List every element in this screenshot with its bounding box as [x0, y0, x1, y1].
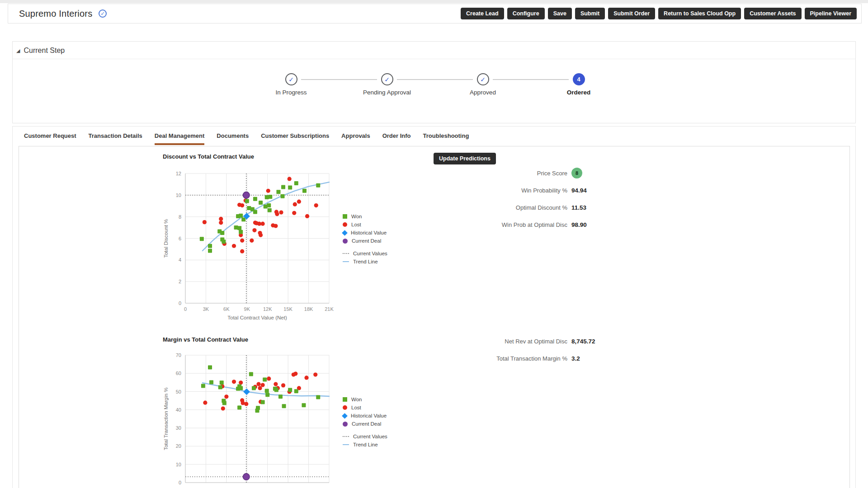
current-step-title: Current Step	[24, 47, 65, 55]
header-bar: Supremo Interiors ✓ Create LeadConfigure…	[8, 4, 862, 23]
step-check-icon: ✓	[381, 73, 393, 85]
won-swatch-icon	[343, 214, 347, 219]
won-swatch-icon	[343, 397, 347, 402]
historical-value-swatch-icon	[342, 230, 348, 236]
tab-bar: Customer RequestTransaction DetailsDeal …	[13, 127, 855, 145]
stat-label: Price Score	[408, 170, 567, 177]
svg-text:10: 10	[176, 462, 181, 467]
step-label: Ordered	[567, 89, 591, 96]
legend-item-historical-value: Historical Value	[343, 412, 387, 420]
step-number-circle: 4	[573, 73, 585, 85]
current-deal-swatch-icon	[343, 239, 348, 244]
step-check-icon: ✓	[285, 73, 297, 85]
stat-label: Total Transaction Margin %	[408, 355, 567, 362]
header-button-customer-assets[interactable]: Customer Assets	[744, 8, 801, 19]
stat-row: Win Prob at Optimal Disc98.90	[408, 216, 643, 233]
svg-text:12: 12	[176, 171, 181, 176]
current-step-title-row: ◢ Current Step	[13, 42, 855, 59]
svg-text:70: 70	[176, 352, 181, 358]
header-button-submit-order[interactable]: Submit Order	[608, 8, 655, 19]
chart1-title: Discount vs Total Contract Value	[163, 153, 254, 160]
prediction-stats: Price Score8Win Probability %94.94Optima…	[408, 164, 643, 233]
legend-label: Lost	[351, 405, 361, 410]
legend-label: Historical Value	[351, 413, 387, 418]
deal-management-panel: Discount vs Total Contract Value 03K6K9K…	[19, 146, 850, 488]
header-button-group: Create LeadConfigureSaveSubmitSubmit Ord…	[461, 8, 857, 19]
legend-item-current-deal: Current Deal	[343, 420, 387, 428]
svg-text:Total Contract Value (Net): Total Contract Value (Net)	[227, 315, 287, 320]
trend-line-swatch-icon	[343, 444, 349, 446]
progress-stepper: ✓In Progress✓Pending Approval✓Approved4O…	[243, 73, 627, 109]
svg-text:Total Discount %: Total Discount %	[163, 219, 169, 258]
current-step-panel: ◢ Current Step ✓In Progress✓Pending Appr…	[12, 41, 856, 123]
svg-text:3K: 3K	[203, 306, 209, 312]
chart1-legend: WonLostHistorical ValueCurrent DealCurre…	[343, 212, 387, 266]
header-button-save[interactable]: Save	[548, 8, 572, 19]
tab-approvals[interactable]: Approvals	[341, 132, 370, 145]
step-label: Approved	[470, 89, 496, 96]
step-label: Pending Approval	[363, 89, 411, 96]
stat-row: Price Score8	[408, 164, 643, 182]
header-button-submit[interactable]: Submit	[575, 8, 605, 19]
svg-text:0: 0	[184, 306, 187, 312]
svg-text:Total Transaction Margin %: Total Transaction Margin %	[163, 388, 169, 450]
legend-label: Trend Line	[353, 442, 378, 447]
collapse-triangle-icon[interactable]: ◢	[16, 48, 20, 53]
svg-text:18K: 18K	[304, 306, 313, 312]
chart2-legend: WonLostHistorical ValueCurrent DealCurre…	[343, 395, 387, 449]
header-button-pipeline-viewer[interactable]: Pipeline Viewer	[805, 8, 857, 19]
page-title: Supremo Interiors	[19, 9, 92, 19]
lost-swatch-icon	[343, 405, 347, 410]
stat-value: 8,745.72	[571, 338, 595, 345]
legend-label: Historical Value	[351, 230, 387, 235]
chart2-title: Margin vs Total Contract Value	[163, 336, 248, 343]
stat-row: Net Rev at Optimal Disc8,745.72	[408, 333, 643, 350]
legend-item-historical-value: Historical Value	[343, 229, 387, 237]
stat-label: Optimal Discount %	[408, 204, 567, 211]
header-button-create-lead[interactable]: Create Lead	[461, 8, 504, 19]
svg-text:12K: 12K	[263, 306, 272, 312]
legend-item-current-values: Current Values	[343, 249, 387, 258]
current-deal-swatch-icon	[343, 422, 348, 427]
legend-label: Current Deal	[352, 421, 381, 427]
optimal-stats: Net Rev at Optimal Disc8,745.72Total Tra…	[408, 333, 643, 367]
svg-text:40: 40	[176, 407, 181, 413]
update-predictions-button[interactable]: Update Predictions	[434, 153, 496, 164]
stat-row: Optimal Discount %11.53	[408, 199, 643, 216]
stat-row: Win Probability %94.94	[408, 182, 643, 199]
tab-order-info[interactable]: Order Info	[382, 132, 411, 145]
top-strip	[0, 0, 868, 3]
svg-text:21K: 21K	[325, 306, 334, 312]
tab-transaction-details[interactable]: Transaction Details	[89, 132, 142, 145]
svg-text:6: 6	[179, 236, 181, 241]
svg-text:50: 50	[176, 389, 181, 394]
svg-text:6K: 6K	[223, 306, 230, 312]
step-in-progress: ✓In Progress	[243, 73, 339, 96]
tab-documents[interactable]: Documents	[217, 132, 249, 145]
legend-item-won: Won	[343, 395, 387, 404]
current-values-swatch-icon	[343, 253, 349, 254]
stat-value: 98.90	[571, 221, 587, 228]
legend-label: Current Deal	[352, 238, 381, 244]
svg-text:2: 2	[179, 279, 181, 284]
legend-label: Current Values	[353, 434, 387, 439]
legend-label: Current Values	[353, 251, 387, 256]
legend-label: Won	[351, 214, 362, 219]
margin-vs-tcv-chart: 010203040506070Total Transaction Margin …	[161, 348, 337, 488]
tab-troubleshooting[interactable]: Troubleshooting	[423, 132, 469, 145]
header-button-configure[interactable]: Configure	[507, 8, 545, 19]
tab-deal-management[interactable]: Deal Management	[155, 132, 205, 145]
tab-customer-subscriptions[interactable]: Customer Subscriptions	[261, 132, 329, 145]
stat-label: Win Prob at Optimal Disc	[408, 221, 567, 228]
svg-text:10: 10	[176, 192, 181, 198]
step-ordered: 4Ordered	[531, 73, 627, 96]
tab-customer-request[interactable]: Customer Request	[24, 132, 76, 145]
step-approved: ✓Approved	[435, 73, 531, 96]
trend-line-swatch-icon	[343, 261, 349, 263]
header-button-return-to-sales-cloud-opp[interactable]: Return to Sales Cloud Opp	[658, 8, 741, 19]
legend-item-lost: Lost	[343, 221, 387, 229]
legend-item-current-deal: Current Deal	[343, 237, 387, 245]
step-label: In Progress	[275, 89, 307, 96]
svg-text:0: 0	[179, 480, 181, 485]
discount-vs-tcv-chart: 03K6K9K12K15K18K21K024681012Total Contra…	[161, 166, 337, 322]
